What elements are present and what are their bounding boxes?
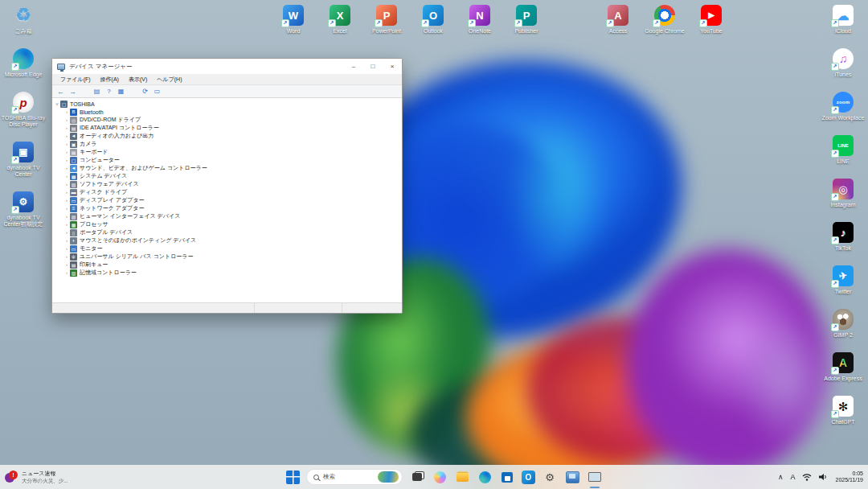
bdplayer-icon[interactable]: p TOSHIBA Blu-ray Disc Player bbox=[0, 92, 47, 128]
recycle-icon[interactable]: ♻ ごみ箱 bbox=[13, 5, 34, 35]
chevron-right-icon[interactable]: › bbox=[63, 109, 70, 114]
clock[interactable]: 0:05 2025/11/19 bbox=[835, 471, 863, 484]
start-button[interactable] bbox=[286, 471, 300, 484]
bluetooth[interactable]: › B Bluetooth bbox=[52, 108, 402, 116]
chevron-right-icon[interactable]: › bbox=[63, 270, 70, 275]
itunes-icon[interactable]: ♫ iTunes bbox=[833, 48, 854, 78]
gimp-icon[interactable]: GIMP 2 bbox=[833, 309, 854, 339]
chevron-right-icon[interactable]: › bbox=[63, 142, 70, 146]
list-view[interactable]: ▤ bbox=[92, 86, 102, 97]
tray-overflow-chevron-icon[interactable]: ∧ bbox=[778, 473, 784, 481]
icloud-icon[interactable]: ☁ iCloud bbox=[833, 5, 854, 35]
ide-controller[interactable]: › ▤ IDE ATA/ATAPI コントローラー bbox=[52, 124, 402, 132]
help[interactable]: ? bbox=[104, 86, 114, 97]
wifi-icon[interactable] bbox=[802, 473, 812, 481]
adobe-express-icon[interactable]: A Adobe Express bbox=[824, 352, 862, 382]
chrome-icon[interactable]: Google Chrome bbox=[643, 5, 686, 35]
menu-item[interactable]: 表示(V) bbox=[124, 76, 152, 84]
file-explorer-icon[interactable] bbox=[454, 469, 470, 485]
tvcenter-icon[interactable]: ▣ dynabook TV Center bbox=[0, 142, 47, 178]
search-box[interactable]: 検索 bbox=[306, 469, 403, 485]
search-highlight-image[interactable] bbox=[378, 471, 399, 483]
menu-item[interactable]: 操作(A) bbox=[96, 76, 124, 84]
outlook-icon[interactable]: O Outlook bbox=[411, 5, 455, 35]
ime-indicator[interactable]: A bbox=[790, 473, 795, 481]
chevron-right-icon[interactable]: › bbox=[63, 190, 70, 195]
software-devices[interactable]: › ▧ ソフトウェア デバイス bbox=[52, 180, 402, 188]
monitor[interactable]: ▭ bbox=[152, 86, 162, 97]
chevron-right-icon[interactable]: › bbox=[63, 254, 70, 259]
edge-icon[interactable] bbox=[477, 469, 493, 485]
word-icon[interactable]: W Word bbox=[272, 5, 315, 35]
chevron-right-icon[interactable]: › bbox=[63, 174, 70, 179]
store-icon[interactable] bbox=[499, 469, 515, 485]
chatgpt-icon[interactable]: ✻ ChatGPT bbox=[831, 396, 854, 425]
minimize-button[interactable]: – bbox=[344, 59, 363, 74]
menu-item[interactable]: ヘルプ(H) bbox=[152, 76, 186, 84]
print-queue[interactable]: › ▤ 印刷キュー bbox=[52, 261, 402, 269]
processor[interactable]: › ▩ プロセッサ bbox=[52, 220, 402, 228]
mouse[interactable]: › ◗ マウスとそのほかのポインティング デバイス bbox=[52, 236, 402, 244]
chevron-right-icon[interactable]: › bbox=[63, 134, 70, 138]
storage-controller[interactable]: › ▥ 記憶域コントローラー bbox=[52, 269, 402, 277]
chevron-right-icon[interactable]: › bbox=[63, 206, 70, 211]
chevron-right-icon[interactable]: › bbox=[63, 222, 70, 227]
device-manager-icon[interactable] bbox=[587, 469, 603, 485]
chevron-right-icon[interactable]: › bbox=[63, 214, 70, 219]
zoom-icon[interactable]: zoom Zoom Workplace bbox=[822, 92, 865, 121]
task-view-icon[interactable] bbox=[409, 469, 425, 485]
properties[interactable]: ▦ bbox=[116, 86, 126, 97]
system-devices[interactable]: › ▦ システム デバイス bbox=[52, 172, 402, 180]
access-icon[interactable]: A Access bbox=[596, 5, 640, 35]
copilot-icon[interactable] bbox=[432, 469, 448, 485]
chevron-right-icon[interactable]: › bbox=[63, 158, 70, 162]
chevron-right-icon[interactable]: › bbox=[63, 230, 70, 235]
chevron-right-icon[interactable]: › bbox=[63, 246, 70, 251]
tiktok-icon[interactable]: ♪ TikTok bbox=[833, 222, 854, 252]
chevron-down-icon[interactable]: v bbox=[54, 101, 60, 106]
back[interactable]: ← bbox=[55, 86, 66, 97]
chevron-right-icon[interactable]: › bbox=[63, 198, 70, 203]
powerpoint-icon[interactable]: P PowerPoint bbox=[365, 5, 408, 35]
chevron-right-icon[interactable]: › bbox=[63, 182, 70, 187]
close-button[interactable]: × bbox=[383, 59, 402, 74]
youtube-icon[interactable]: ▶ YouTube bbox=[690, 5, 733, 35]
volume-icon[interactable] bbox=[819, 473, 828, 481]
outlook-icon[interactable]: O bbox=[522, 471, 535, 484]
chevron-right-icon[interactable]: › bbox=[63, 166, 70, 171]
twitter-icon[interactable]: ✈ Twitter bbox=[833, 265, 854, 295]
settings-icon[interactable]: ⚙ bbox=[542, 469, 558, 485]
scan-hardware[interactable]: ⟳ bbox=[140, 86, 150, 97]
sound-video-game[interactable]: › ◄ サウンド、ビデオ、およびゲーム コントローラー bbox=[52, 164, 402, 172]
onenote-icon[interactable]: N OneNote bbox=[458, 5, 502, 35]
instagram-icon[interactable]: ◎ Instagram bbox=[830, 179, 855, 208]
media-app-icon[interactable] bbox=[564, 469, 580, 485]
titlebar[interactable]: デバイス マネージャー – □ × bbox=[52, 59, 402, 74]
chevron-right-icon[interactable]: › bbox=[63, 150, 70, 154]
widgets-button[interactable]: ニュース速報 大分市の火災、少... bbox=[5, 470, 68, 485]
network-adapter[interactable]: › ≡ ネットワーク アダプター bbox=[52, 204, 402, 212]
line-icon[interactable]: LINE LINE bbox=[833, 135, 854, 165]
dvd-drive[interactable]: › ◎ DVD/CD-ROM ドライブ bbox=[52, 116, 402, 124]
sep[interactable] bbox=[80, 86, 90, 97]
chevron-right-icon[interactable]: › bbox=[63, 238, 70, 243]
tree-root-toshiba[interactable]: v ▢ TOSHIBA bbox=[52, 100, 402, 108]
usb-controller[interactable]: › ψ ユニバーサル シリアル バス コントローラー bbox=[52, 253, 402, 261]
menu-item[interactable]: ファイル(F) bbox=[55, 76, 96, 84]
hid[interactable]: › ▨ ヒューマン インターフェイス デバイス bbox=[52, 212, 402, 220]
camera[interactable]: › ▣ カメラ bbox=[52, 140, 402, 148]
display-adapter[interactable]: › ▭ ディスプレイ アダプター bbox=[52, 196, 402, 204]
chevron-right-icon[interactable]: › bbox=[63, 125, 70, 130]
excel-icon[interactable]: X Excel bbox=[318, 5, 362, 35]
maximize-button[interactable]: □ bbox=[363, 59, 383, 74]
chevron-right-icon[interactable]: › bbox=[63, 117, 70, 122]
audio-io[interactable]: › ◄ オーディオの入力および出力 bbox=[52, 132, 402, 140]
keyboard[interactable]: › ▤ キーボード bbox=[52, 148, 402, 156]
tvsetup-icon[interactable]: ⚙ dynabook TV Center初期設定 bbox=[0, 191, 47, 228]
edge-icon[interactable]: Microsoft Edge bbox=[5, 48, 43, 78]
computer[interactable]: › ▢ コンピューター bbox=[52, 156, 402, 164]
portable-device[interactable]: › ▯ ポータブル デバイス bbox=[52, 228, 402, 236]
disk-drive[interactable]: › ▬ ディスク ドライブ bbox=[52, 188, 402, 196]
sep[interactable] bbox=[128, 86, 138, 97]
forward[interactable]: → bbox=[68, 86, 78, 97]
